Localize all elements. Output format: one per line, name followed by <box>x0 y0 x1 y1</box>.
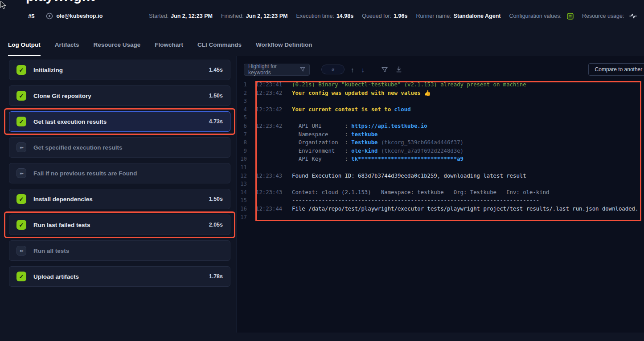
log-segment: testkube <box>351 131 377 138</box>
log-message: (0.21s) Binary "kubectl-testkube" (v2.1.… <box>292 81 644 89</box>
configuration-values[interactable]: Configuration values: <box>509 13 573 20</box>
compare-button[interactable]: Compare to another execution <box>588 63 644 76</box>
log-message <box>292 163 644 172</box>
filter-icon[interactable] <box>381 67 388 73</box>
line-number: 10 <box>238 155 247 163</box>
log-message <box>292 213 644 222</box>
meta-value: 14.98s <box>336 13 353 19</box>
step-item[interactable]: ▸▸Run all tests <box>9 240 230 261</box>
tab-resource-usage[interactable]: Resource Usage <box>94 41 141 56</box>
tab-artifacts[interactable]: Artifacts <box>55 41 79 56</box>
execution-meta: Started:Jun 2, 12:23 PMFinished:Jun 2, 1… <box>149 13 500 19</box>
log-segment: (tkcenv_a7a9f692d2248d3e) <box>378 148 464 154</box>
log-segment: Organization : <box>292 139 351 146</box>
log-segment: https://api.testkube.io <box>351 123 427 129</box>
download-log-icon[interactable] <box>396 66 402 73</box>
meta-value: Jun 2, 12:23 PM <box>171 13 213 19</box>
log-message: File /data/repo/test/playwright/executor… <box>292 205 644 213</box>
log-output[interactable]: 112:23:41(0.21s) Binary "kubectl-testkub… <box>237 81 644 221</box>
log-message: API URI : https://api.testkube.io <box>292 122 644 130</box>
step-duration: 1.78s <box>209 273 223 280</box>
configuration-values-icon[interactable] <box>567 13 574 20</box>
log-line: 15--------------------------------------… <box>238 196 644 205</box>
tab-log-output[interactable]: Log Output <box>8 41 41 56</box>
success-check-icon: ✓ <box>16 220 26 230</box>
log-line: 412:23:42Your current context is set to … <box>238 106 644 114</box>
user-email: ole@kubeshop.io <box>56 13 103 19</box>
log-message: Environment : ole-kind (tkcenv_a7a9f692d… <box>292 147 644 155</box>
log-lines: 112:23:41(0.21s) Binary "kubectl-testkub… <box>238 81 644 221</box>
step-item[interactable]: ▸▸Fail if no previous results are Found <box>9 163 230 183</box>
log-timestamp <box>256 97 283 106</box>
line-number: 3 <box>238 97 247 106</box>
log-message: Organization : Testkube (tkcorg_539cb664… <box>292 138 644 147</box>
log-segment: Environment : <box>292 148 351 154</box>
step-item[interactable]: ✓Clone Git repository1.50s <box>9 85 230 106</box>
log-line: 212:23:42Your config was updated with ne… <box>238 89 644 97</box>
meta-item: Queued for:1.96s <box>362 13 407 19</box>
success-check-icon: ✓ <box>16 117 26 126</box>
step-duration: 2.05s <box>209 222 223 228</box>
line-number: 13 <box>238 180 247 188</box>
meta-value: 1.96s <box>394 13 407 19</box>
log-segment: Testkube <box>351 139 377 146</box>
meta-item: Runner name:Standalone Agent <box>416 13 500 19</box>
skipped-icon: ▸▸ <box>16 246 26 256</box>
log-timestamp: 12:23:43 <box>256 172 283 180</box>
content: ✓Initializing1.45s✓Clone Git repository1… <box>0 56 644 333</box>
log-segment: ole-kind <box>351 148 377 154</box>
meta-label: Finished: <box>221 13 244 19</box>
log-line: 13 <box>238 180 644 188</box>
log-console: Highlight for keywords ø ↑ ↓ Compare to … <box>237 56 644 333</box>
meta-item: Started:Jun 2, 12:23 PM <box>149 13 213 19</box>
log-timestamp <box>256 180 283 188</box>
step-name: Upload artifacts <box>33 273 202 280</box>
resource-usage[interactable]: Resource usage: <box>582 13 637 19</box>
log-timestamp <box>256 147 283 155</box>
tab-cli-commands[interactable]: CLI Commands <box>197 41 242 56</box>
step-item[interactable]: ✓Run last failed tests2.05s <box>9 215 230 235</box>
line-number: 6 <box>238 122 247 130</box>
highlight-keywords-select[interactable]: Highlight for keywords <box>244 64 310 76</box>
log-message <box>292 114 644 122</box>
line-number: 8 <box>238 138 247 147</box>
step-item[interactable]: ✓Upload artifacts1.78s <box>9 266 230 287</box>
log-timestamp <box>256 138 283 147</box>
log-segment: tk******************************a9 <box>351 156 464 162</box>
waveform-icon[interactable] <box>629 13 637 19</box>
step-item[interactable]: ✓Initializing1.45s <box>9 60 230 80</box>
log-segment: ----------------------------------------… <box>292 197 539 203</box>
log-line: 10 API Key : tk*************************… <box>238 155 644 163</box>
step-name: Get last execution results <box>33 118 202 125</box>
match-count-pill[interactable]: ø <box>321 65 345 74</box>
log-line: 1612:23:44File /data/repo/test/playwrigh… <box>238 205 644 213</box>
configuration-values-label: Configuration values: <box>509 13 561 19</box>
highlight-keywords-placeholder: Highlight for keywords <box>248 63 300 76</box>
step-item[interactable]: ✓Install dependencies1.50s <box>9 189 230 209</box>
previous-match-button[interactable]: ↑ <box>350 66 355 73</box>
log-timestamp <box>256 196 283 205</box>
user-icon <box>46 12 53 20</box>
log-line: 112:23:41(0.21s) Binary "kubectl-testkub… <box>238 81 644 89</box>
skipped-icon: ▸▸ <box>16 142 26 152</box>
step-name: Get specified execution results <box>33 144 216 151</box>
log-timestamp <box>256 155 283 163</box>
line-number: 2 <box>238 89 247 97</box>
log-toolbar: Highlight for keywords ø ↑ ↓ Compare to … <box>237 63 644 76</box>
log-segment: API Key : <box>292 156 351 162</box>
step-item[interactable]: ▸▸Get specified execution results <box>9 137 230 158</box>
log-segment: API URI : <box>292 123 351 129</box>
log-message <box>292 180 644 188</box>
meta-value: Jun 2, 12:23 PM <box>246 13 288 19</box>
tab-workflow-definition[interactable]: Workflow Definition <box>256 41 312 56</box>
step-item[interactable]: ✓Get last execution results4.73s <box>9 111 230 132</box>
log-segment: Your current context is set to <box>292 106 394 113</box>
log-timestamp: 12:23:42 <box>256 122 283 130</box>
steps-list: ✓Initializing1.45s✓Clone Git repository1… <box>0 56 237 333</box>
log-message: API Key : tk****************************… <box>292 155 644 163</box>
log-line: 8 Organization : Testkube (tkcorg_539cb6… <box>238 138 644 147</box>
log-segment: cloud <box>394 106 411 113</box>
next-match-button[interactable]: ↓ <box>361 66 366 73</box>
log-timestamp: 12:23:43 <box>256 188 283 197</box>
tab-flowchart[interactable]: Flowchart <box>155 41 183 56</box>
